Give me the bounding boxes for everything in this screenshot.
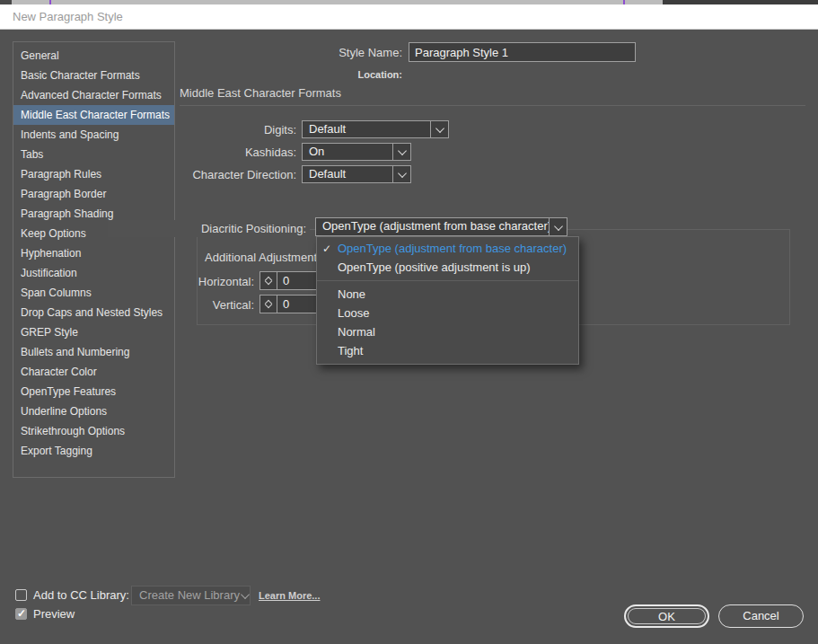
sidebar-item[interactable]: OpenType Features — [13, 382, 174, 401]
style-name-label: Style Name: — [269, 46, 402, 59]
sidebar-item-label: Advanced Character Formats — [21, 89, 162, 101]
sidebar-item[interactable]: Middle East Character Formats — [13, 105, 174, 125]
new-paragraph-style-dialog: New Paragraph Style General Basic Charac… — [0, 0, 818, 644]
sidebar-item-label: Span Columns — [21, 287, 92, 299]
sidebar-item-label: Keep Options — [21, 227, 86, 240]
sidebar-item[interactable]: Basic Character Formats — [13, 66, 174, 85]
sidebar-item-label: Drop Caps and Nested Styles — [21, 306, 163, 319]
sidebar-item-label: Middle East Character Formats — [21, 109, 170, 121]
style-name-input[interactable] — [409, 42, 636, 62]
vertical-stepper[interactable] — [259, 295, 277, 313]
chevron-down-icon — [430, 121, 448, 137]
sidebar-item[interactable]: Export Tagging — [13, 441, 174, 461]
menu-item[interactable]: OpenType (positive adjustment is up) — [317, 258, 578, 277]
panel-heading: Middle East Character Formats — [180, 86, 341, 100]
sidebar-item-label: Underline Options — [21, 405, 107, 418]
sidebar-item-label: GREP Style — [21, 326, 78, 339]
sidebar-item-label: Paragraph Shading — [21, 207, 113, 220]
kashidas-dropdown[interactable]: On — [302, 143, 411, 161]
sidebar-item-label: Basic Character Formats — [21, 69, 140, 82]
preview-checkbox[interactable] — [15, 608, 27, 620]
sidebar-item-label: Tabs — [21, 148, 43, 161]
menu-item[interactable]: Normal — [317, 322, 578, 341]
diacritic-positioning-value: OpenType (adjustment from base character… — [316, 218, 549, 235]
ok-button[interactable]: OK — [624, 604, 709, 628]
sidebar-item[interactable]: Hyphenation — [13, 243, 174, 263]
location-label: Location: — [269, 69, 402, 80]
menu-item[interactable]: Loose — [317, 304, 578, 322]
dialog-title: New Paragraph Style — [13, 10, 123, 23]
chevron-down-icon — [549, 218, 567, 235]
sidebar-item-label: Justification — [21, 267, 77, 279]
menu-item[interactable] — [317, 277, 578, 285]
cc-library-value: Create New Library — [132, 587, 240, 604]
sidebar-item-label: OpenType Features — [21, 385, 116, 398]
sidebar-item-label: Export Tagging — [21, 445, 92, 457]
style-category-list: General Basic Character Formats Advanced… — [13, 41, 175, 478]
dialog-titlebar[interactable]: New Paragraph Style — [0, 4, 818, 30]
chevron-down-icon — [392, 144, 410, 160]
sidebar-item[interactable]: Drop Caps and Nested Styles — [13, 303, 174, 322]
sidebar-item[interactable]: Bullets and Numbering — [13, 342, 174, 362]
sidebar-item[interactable]: GREP Style — [13, 322, 174, 342]
diacritic-positioning-dropdown[interactable]: OpenType (adjustment from base character… — [315, 217, 567, 236]
add-to-cc-library-label: Add to CC Library: — [33, 588, 129, 602]
menu-item-label: OpenType (positive adjustment is up) — [338, 260, 531, 274]
menu-item-label: None — [338, 287, 365, 301]
checkmark-icon — [322, 239, 335, 259]
menu-item[interactable]: Tight — [317, 341, 578, 360]
menu-item[interactable]: None — [317, 285, 578, 304]
sidebar-item[interactable]: Advanced Character Formats — [13, 85, 174, 105]
menu-item-label: Loose — [338, 306, 369, 320]
menu-item-label: Normal — [338, 325, 375, 339]
menu-item-label: Tight — [338, 344, 363, 357]
additional-adjustment-label: Additional Adjustment — [205, 251, 317, 264]
chevron-down-icon — [392, 166, 410, 182]
sidebar-item[interactable]: General — [13, 46, 174, 66]
sidebar-item-label: Hyphenation — [21, 247, 81, 260]
kashidas-label: Kashidas: — [135, 146, 296, 159]
add-to-cc-library-checkbox[interactable] — [15, 589, 27, 601]
sidebar-item-label: Indents and Spacing — [21, 128, 119, 141]
heading-divider — [180, 105, 805, 106]
learn-more-link[interactable]: Learn More... — [259, 590, 320, 601]
chevron-down-icon — [240, 587, 250, 604]
sidebar-item-label: Bullets and Numbering — [21, 346, 129, 358]
preview-label: Preview — [33, 607, 75, 621]
menu-item[interactable]: OpenType (adjustment from base character… — [317, 239, 578, 258]
sidebar-item[interactable]: Span Columns — [13, 283, 174, 303]
menu-item-label: OpenType (adjustment from base character… — [338, 242, 567, 255]
sidebar-item-label: Paragraph Border — [21, 188, 106, 200]
sidebar-item-label: Strikethrough Options — [21, 425, 125, 437]
sidebar-item-label: General — [21, 49, 59, 62]
horizontal-label: Horizontal: — [162, 275, 254, 288]
cc-library-dropdown[interactable]: Create New Library — [131, 586, 251, 605]
sidebar-item[interactable]: Strikethrough Options — [13, 421, 174, 441]
sidebar-item-label: Character Color — [21, 366, 97, 378]
sidebar-item[interactable]: Character Color — [13, 362, 174, 382]
character-direction-value: Default — [303, 166, 392, 182]
kashidas-value: On — [303, 144, 392, 160]
digits-value: Default — [303, 121, 430, 137]
diacritic-positioning-menu: OpenType (adjustment from base character… — [316, 236, 579, 365]
digits-dropdown[interactable]: Default — [302, 120, 449, 138]
character-direction-dropdown[interactable]: Default — [302, 165, 411, 183]
sidebar-item[interactable]: Justification — [13, 263, 174, 283]
sidebar-item-label: Paragraph Rules — [21, 168, 101, 181]
vertical-label: Vertical: — [162, 298, 254, 312]
cancel-button[interactable]: Cancel — [718, 604, 804, 628]
sidebar-item[interactable]: Underline Options — [13, 401, 174, 421]
character-direction-label: Character Direction: — [135, 168, 296, 181]
sidebar-item[interactable]: Paragraph Border — [13, 184, 174, 204]
diacritic-positioning-label: Diacritic Positioning: — [108, 220, 310, 237]
horizontal-stepper[interactable] — [259, 271, 277, 290]
digits-label: Digits: — [135, 123, 296, 137]
